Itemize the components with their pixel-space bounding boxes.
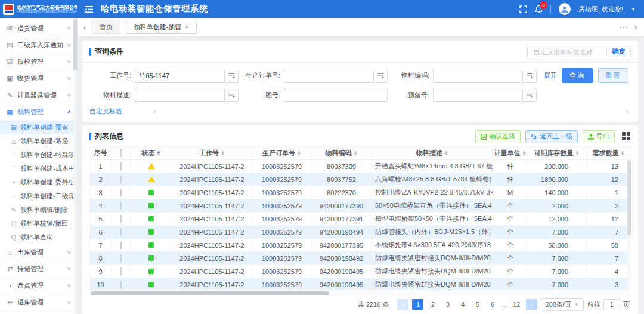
- tab-more-icon[interactable]: ⋯: [620, 23, 627, 32]
- column-header-status[interactable]: 状态▲▼: [131, 146, 172, 160]
- tabs-back-icon[interactable]: ‹: [83, 23, 86, 32]
- sort-icon[interactable]: ▲▼: [221, 150, 225, 156]
- sidebar-item[interactable]: ▦领料管理∧: [0, 104, 77, 121]
- avatar[interactable]: [559, 3, 571, 15]
- table-row[interactable]: 42024HPC1105-1147-2100032525799420001773…: [90, 199, 631, 213]
- work-no-input[interactable]: [135, 69, 224, 83]
- filter-icon[interactable]: [522, 69, 537, 83]
- prev-page-button[interactable]: ‹: [397, 299, 408, 310]
- table-horizontal-scrollbar[interactable]: [89, 291, 631, 295]
- sidebar-subitem[interactable]: △领料单创建-紧急: [0, 134, 77, 148]
- sort-icon[interactable]: ▲▼: [621, 150, 625, 156]
- column-header-work_no[interactable]: 工作号▲▼: [172, 146, 252, 160]
- table-row[interactable]: 52024HPC1105-1147-2100032525799420001773…: [90, 213, 631, 226]
- sidebar-item[interactable]: ◔盘点管理∨: [0, 278, 77, 294]
- table-row[interactable]: 12024HPC1105-1147-21000325257980037309开槽…: [90, 160, 631, 173]
- row-checkbox[interactable]: [120, 254, 122, 263]
- table-row[interactable]: 72024HPC1105-1147-2100032525799420001773…: [90, 239, 631, 252]
- sidebar-item[interactable]: ▤二级库入库通知单∨: [0, 37, 77, 54]
- row-checkbox[interactable]: [120, 228, 122, 236]
- table-row[interactable]: 102024HPC1105-1147-210003252579942000190…: [90, 278, 631, 291]
- sidebar-scrollbar[interactable]: [73, 18, 77, 314]
- column-settings-icon[interactable]: [622, 132, 631, 141]
- custom-search-input[interactable]: [532, 48, 602, 56]
- back-to-parent-button[interactable]: 返回上一级: [525, 130, 578, 143]
- sort-icon[interactable]: ▲▼: [157, 150, 161, 156]
- sidebar-item[interactable]: ▣收货管理∨: [0, 70, 77, 87]
- drawing-no-input[interactable]: [284, 88, 388, 102]
- sidebar-subitem[interactable]: ▢领料单核销/撤回: [0, 217, 77, 230]
- row-checkbox[interactable]: [120, 202, 122, 210]
- table-row[interactable]: 82024HPC1105-1147-2100032525799420001904…: [90, 252, 631, 265]
- column-header-material_desc[interactable]: 物料描述▲▼: [371, 146, 494, 160]
- select-all-checkbox[interactable]: [120, 149, 122, 157]
- tabs-forward-icon[interactable]: ›: [634, 23, 637, 32]
- column-header-order_no[interactable]: 生产订单号▲▼: [252, 146, 312, 160]
- row-checkbox[interactable]: [120, 162, 122, 171]
- sidebar-subitem[interactable]: ▪领料单创建-委外组件: [0, 176, 77, 189]
- notification-bell-icon[interactable]: 0: [535, 5, 543, 13]
- sidebar-subitem[interactable]: Q领料单查询: [0, 230, 77, 244]
- close-icon[interactable]: ×: [185, 24, 188, 30]
- table-row[interactable]: 92024HPC1105-1147-2100032525799420001904…: [90, 265, 631, 278]
- page-number-1[interactable]: 1: [412, 299, 423, 310]
- row-checkbox[interactable]: [120, 176, 122, 184]
- page-size-select[interactable]: 200条/页 ▼: [541, 298, 584, 311]
- sidebar-item[interactable]: ⌂出库管理∨: [0, 244, 77, 261]
- page-ellipsis[interactable]: ...: [501, 301, 507, 308]
- sidebar-item[interactable]: ⇄转储管理∨: [0, 261, 77, 278]
- goto-page-input[interactable]: [603, 299, 620, 310]
- export-button[interactable]: 导出: [583, 130, 615, 143]
- page-number-6[interactable]: 6: [487, 299, 498, 310]
- sidebar-item[interactable]: ✎计量器具管理∨: [0, 87, 77, 104]
- confirm-selection-button[interactable]: 确认选择: [475, 130, 521, 143]
- sort-icon[interactable]: ▲▼: [297, 150, 301, 156]
- table-row[interactable]: 32024HPC1105-1147-21000325257980222370控制…: [90, 186, 631, 199]
- filter-icon[interactable]: [224, 88, 239, 102]
- sidebar-item[interactable]: ✉送货管理∨: [0, 20, 77, 37]
- row-checkbox[interactable]: [120, 241, 122, 250]
- sidebar-subitem[interactable]: “领料单创建-特殊项目: [0, 148, 77, 162]
- filter-icon[interactable]: [522, 88, 537, 102]
- custom-search-confirm-button[interactable]: 确定: [612, 47, 626, 56]
- order-no-input[interactable]: [284, 69, 373, 83]
- page-number-4[interactable]: 4: [457, 299, 468, 310]
- sidebar-subitem[interactable]: “领料单创建-成本中心: [0, 162, 77, 176]
- search-button[interactable]: 查询: [562, 68, 593, 83]
- material-code-input[interactable]: [433, 69, 522, 83]
- tab-requisition-reserve[interactable]: 领料单创建-预留 ×: [126, 21, 197, 34]
- sidebar-item[interactable]: ↩退库管理∨: [0, 294, 77, 311]
- sidebar-subitem[interactable]: ▤领料单创建-预留: [0, 121, 77, 134]
- sort-icon[interactable]: ▲▼: [444, 150, 448, 156]
- reserve-no-input[interactable]: [433, 88, 522, 102]
- page-number-12[interactable]: 12: [511, 299, 522, 310]
- user-greeting[interactable]: 房培明, 欢迎您!: [578, 5, 623, 14]
- page-number-5[interactable]: 5: [472, 299, 483, 310]
- sidebar-item[interactable]: ☑质检管理∨: [0, 54, 77, 70]
- tags-scroll-right-icon[interactable]: ›: [626, 107, 628, 116]
- custom-tag-link[interactable]: 自定义标签: [89, 107, 122, 116]
- sidebar-subitem[interactable]: ▫领料单创建-二级库: [0, 189, 77, 203]
- tab-home[interactable]: 首页: [92, 21, 120, 34]
- row-checkbox[interactable]: [120, 267, 122, 276]
- column-header-demand_qty[interactable]: 需求数量▲▼: [587, 146, 631, 160]
- column-header-unit[interactable]: 计量单位▲▼: [494, 146, 527, 160]
- next-page-button[interactable]: ›: [526, 299, 537, 310]
- fullscreen-icon[interactable]: [519, 5, 527, 13]
- sort-icon[interactable]: ▲▼: [575, 150, 580, 156]
- column-header-material_code[interactable]: 物料编码▲▼: [312, 146, 371, 160]
- filter-icon[interactable]: [373, 69, 388, 83]
- sidebar-subitem[interactable]: ✎领料单编辑/删除: [0, 203, 77, 217]
- chevron-down-icon[interactable]: ▼: [631, 7, 636, 12]
- table-vertical-scrollbar[interactable]: [627, 160, 631, 290]
- row-checkbox[interactable]: [120, 189, 122, 197]
- material-desc-input[interactable]: [135, 88, 224, 102]
- sort-icon[interactable]: ▲▼: [354, 150, 358, 156]
- sidebar-collapse-button[interactable]: [85, 5, 94, 13]
- table-row[interactable]: 62024HPC1105-1147-2100032525799420001904…: [90, 226, 631, 239]
- column-header-stock_qty[interactable]: 可用库存数量▲▼: [527, 146, 587, 160]
- page-number-2[interactable]: 2: [427, 299, 438, 310]
- page-number-3[interactable]: 3: [442, 299, 453, 310]
- sort-icon[interactable]: ▲▼: [522, 150, 527, 156]
- filter-icon[interactable]: [224, 69, 239, 83]
